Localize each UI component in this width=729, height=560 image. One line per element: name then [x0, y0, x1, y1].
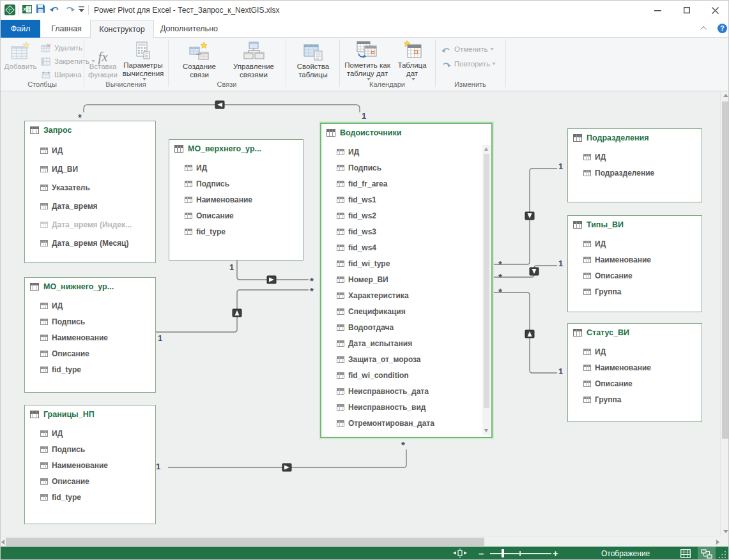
field-row[interactable]: ИД — [40, 298, 155, 314]
column-width-button[interactable]: Ширина — [40, 68, 82, 81]
add-column-button[interactable]: Добавить — [2, 40, 39, 80]
table-card-mo-verhnego[interactable]: МО_верхнего_ур... ИД Подпись Наименовани… — [169, 139, 303, 261]
tab-design[interactable]: Конструктор — [90, 20, 154, 38]
scrollbar-thumb[interactable] — [6, 538, 484, 546]
calculation-options-button[interactable]: Параметры вычисления — [121, 40, 165, 80]
zoom-slider-handle[interactable] — [502, 549, 504, 557]
scroll-up-icon[interactable] — [484, 148, 488, 151]
field-row[interactable]: fid_ws3 — [337, 223, 480, 239]
insert-function-button[interactable]: fx Вставка функции — [86, 40, 119, 80]
resize-grip[interactable] — [719, 550, 726, 560]
field-row[interactable]: Наименование — [185, 192, 303, 208]
create-relationship-button[interactable]: Создание связи — [177, 40, 222, 80]
field-row[interactable]: Подпись — [337, 160, 480, 176]
field-row[interactable]: Водоотдача — [337, 319, 480, 335]
field-row[interactable]: Описание — [40, 473, 155, 489]
table-title[interactable]: МО_верхнего_ур... — [169, 140, 303, 153]
field-row[interactable]: Дата_время (Месяц) — [40, 234, 155, 252]
field-row[interactable]: Спецификация — [337, 303, 480, 319]
field-row[interactable]: Описание — [40, 345, 155, 361]
maximize-button[interactable] — [672, 1, 701, 20]
redo-icon[interactable] — [64, 4, 77, 13]
field-row[interactable]: Неисправность_дата — [337, 383, 480, 399]
field-row[interactable]: fid_ws2 — [337, 208, 480, 223]
scrollbar-thumb[interactable] — [722, 102, 729, 439]
field-row[interactable]: fid_wi_condition — [337, 367, 480, 383]
zoom-slider-track[interactable] — [490, 553, 551, 554]
field-row[interactable]: fid_ws1 — [337, 192, 480, 208]
field-row[interactable]: fid_fr_area — [337, 176, 480, 192]
table-title[interactable]: Статус_ВИ — [568, 324, 702, 337]
field-row[interactable]: Указатель — [40, 178, 155, 197]
table-card-mo-nizhnego[interactable]: МО_нижнего_ур... ИД Подпись Наименование… — [24, 277, 156, 393]
scroll-left-icon[interactable] — [1, 540, 4, 545]
scrollbar-thumb[interactable] — [484, 154, 489, 408]
field-row[interactable]: Описание — [185, 208, 303, 223]
close-button[interactable] — [701, 1, 729, 20]
zoom-in-button[interactable]: + — [553, 548, 558, 559]
qat-customize-icon[interactable] — [79, 6, 84, 12]
field-row[interactable]: Наименование — [583, 252, 702, 268]
field-row[interactable]: ИД — [185, 160, 303, 176]
scroll-down-icon[interactable] — [723, 530, 728, 533]
field-row[interactable]: Подпись — [185, 176, 303, 192]
table-properties-button[interactable]: Свойства таблицы — [289, 40, 337, 80]
table-card-tipy-vi[interactable]: Типы_ВИ ИД Наименование Описание Группа — [567, 215, 702, 312]
table-card-status-vi[interactable]: Статус_ВИ ИД Наименование Описание Групп… — [567, 323, 702, 422]
field-row[interactable]: fid_type — [40, 361, 155, 377]
save-icon[interactable] — [36, 4, 45, 13]
delete-column-button[interactable]: Удалить — [40, 42, 82, 54]
diagram-canvas[interactable]: * 1 1 * 1 * * 1 * 1 * 1 1 * Запрос ИД ИД… — [1, 91, 720, 536]
zoom-out-button[interactable]: – — [479, 548, 484, 559]
field-row[interactable]: ИД — [337, 144, 480, 160]
undo-icon[interactable] — [49, 4, 62, 13]
relationship-line-vodoistochniki-tipy-vi[interactable] — [493, 266, 557, 277]
table-title[interactable]: Типы_ВИ — [568, 216, 702, 229]
field-row[interactable]: fid_ws4 — [337, 239, 480, 255]
field-row[interactable]: Группа — [583, 391, 702, 407]
table-card-vodoistochniki[interactable]: Водоисточники ИД Подпись fid_fr_area fid… — [320, 123, 493, 438]
field-row[interactable]: Неисправность_вид — [337, 399, 480, 415]
scroll-up-icon[interactable] — [723, 94, 728, 97]
grid-view-button[interactable] — [677, 547, 694, 560]
field-row[interactable]: Подпись — [40, 314, 155, 329]
field-row[interactable]: ИД — [40, 425, 155, 441]
field-row[interactable]: Номер_ВИ — [337, 271, 480, 287]
field-row[interactable]: Характеристика — [337, 287, 480, 303]
table-card-zapros[interactable]: Запрос ИД ИД_ВИ Указатель Дата_время Дат… — [24, 121, 156, 263]
minimize-button[interactable] — [643, 1, 672, 20]
scroll-right-icon[interactable] — [716, 540, 719, 545]
field-row[interactable]: ИД — [583, 236, 702, 252]
tab-file[interactable]: Файл — [1, 20, 40, 38]
field-row[interactable]: Наименование — [40, 329, 155, 345]
field-row[interactable]: Наименование — [583, 359, 702, 375]
field-row[interactable]: Дата_испытания — [337, 335, 480, 351]
date-table-button[interactable]: Таблица дат — [394, 40, 430, 80]
mark-as-date-table-button[interactable]: Пометить как таблицу дат — [342, 40, 393, 80]
tab-advanced[interactable]: Дополнительно — [154, 20, 224, 38]
field-row-hidden[interactable]: Дата_время (Индек... — [40, 215, 155, 234]
field-row[interactable]: ИД — [583, 149, 702, 165]
field-row[interactable]: fid_type — [185, 223, 303, 239]
tab-home[interactable]: Главная — [43, 20, 90, 38]
table-title[interactable]: Границы_НП — [25, 405, 155, 419]
field-row[interactable]: fid_type — [40, 489, 155, 505]
collapse-ribbon-icon[interactable] — [702, 26, 707, 31]
scroll-down-icon[interactable] — [484, 429, 488, 432]
field-row[interactable]: ИД_ВИ — [40, 160, 155, 178]
table-title[interactable]: МО_нижнего_ур... — [25, 278, 155, 291]
field-row[interactable]: fid_wi_type — [337, 255, 480, 271]
field-row[interactable]: Наименование — [40, 457, 155, 473]
undo-button[interactable]: Отменить — [440, 43, 494, 56]
field-row[interactable]: Подразделение — [583, 165, 702, 181]
field-row[interactable]: ИД — [583, 344, 702, 359]
field-row[interactable]: Подпись — [40, 441, 155, 457]
excel-icon[interactable] — [22, 4, 33, 15]
field-row[interactable]: Группа — [583, 284, 702, 299]
table-card-podrazdeleniya[interactable]: Подразделения ИД Подразделение — [567, 128, 702, 202]
field-row[interactable]: Описание — [583, 375, 702, 391]
table-title[interactable]: Подразделения — [568, 129, 702, 142]
fit-to-screen-icon[interactable] — [453, 549, 467, 560]
help-icon[interactable]: ? — [717, 24, 727, 33]
field-row[interactable]: Отремонтирован_дата — [337, 415, 480, 431]
